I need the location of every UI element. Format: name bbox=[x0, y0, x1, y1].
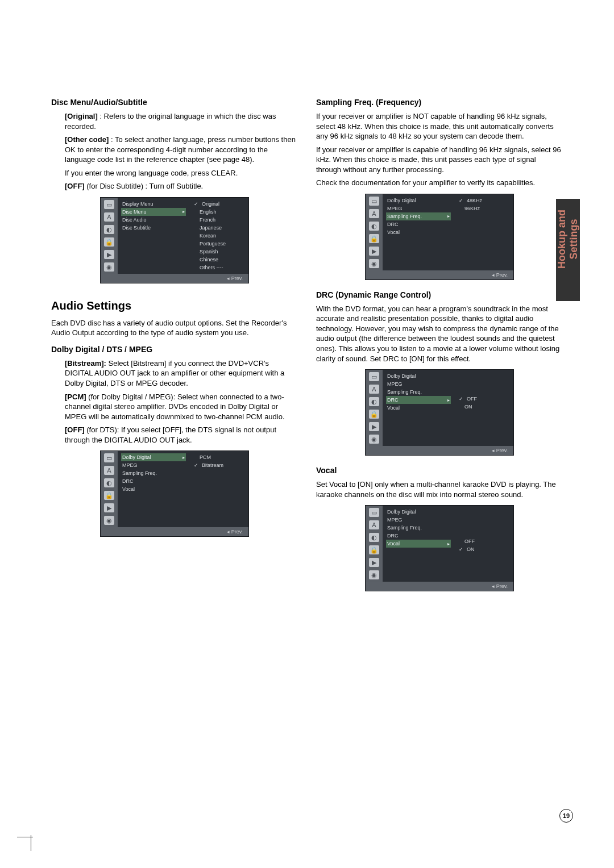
osd-row-selected: Dolby Digital▸ bbox=[121, 453, 186, 461]
osd-prev: ◂ Prev. bbox=[366, 582, 513, 591]
sampling-heading: Sampling Freq. (Frequency) bbox=[316, 98, 563, 107]
osd-icon: A bbox=[369, 209, 379, 218]
audio-settings-heading: Audio Settings bbox=[51, 299, 298, 312]
section-tab: Hookup and Settings bbox=[556, 199, 580, 301]
osd-opt: 48KHz bbox=[458, 197, 510, 205]
drc-text: With the DVD format, you can hear a prog… bbox=[316, 304, 563, 364]
osd-opt: 96KHz bbox=[458, 205, 510, 212]
osd-icon: ▶ bbox=[104, 503, 114, 512]
osd-opt: Portuguese bbox=[193, 240, 245, 248]
right-column: Sampling Freq. (Frequency) If your recei… bbox=[316, 91, 563, 602]
osd-opt: Korean bbox=[193, 232, 245, 240]
osd-row-selected: DRC▸ bbox=[386, 396, 451, 404]
sampling-p1: If your receiver or amplifier is NOT cap… bbox=[316, 111, 563, 141]
osd-row-selected: Sampling Freq.▸ bbox=[386, 212, 451, 220]
osd-icon: ▶ bbox=[369, 558, 379, 567]
osd-icon: ◐ bbox=[104, 478, 114, 487]
osd-mid-list: Dolby Digital MPEG Sampling Freq. DRC▸ V… bbox=[383, 370, 454, 446]
osd-drc: ▭ A ◐ 🔒 ▶ ◉ Dolby Digital MPEG Sampling … bbox=[365, 369, 514, 456]
pcm-text: (for Dolby Digital / MPEG): Select when … bbox=[65, 393, 285, 421]
osd-row: Dolby Digital bbox=[386, 197, 451, 205]
osd-prev: ◂ Prev. bbox=[101, 274, 248, 283]
osd-row: Vocal bbox=[121, 485, 186, 493]
osd-row: Disc Subtitle bbox=[121, 224, 186, 232]
bitstream-label: [Bitstream]: bbox=[65, 359, 106, 368]
off-text: (for Disc Subtitle) : Turn off Subtitle. bbox=[85, 182, 204, 190]
osd-opt: Bitstream bbox=[193, 461, 245, 469]
osd-opt: ON bbox=[458, 403, 510, 411]
crop-mark bbox=[17, 837, 33, 837]
vocal-heading: Vocal bbox=[316, 466, 563, 475]
osd-vocal: ▭ A ◐ 🔒 ▶ ◉ Dolby Digital MPEG Sampling … bbox=[365, 505, 514, 591]
osd-opt: ON bbox=[458, 545, 510, 553]
osd-opt: OFF bbox=[458, 537, 510, 545]
osd-row: Sampling Freq. bbox=[121, 469, 186, 477]
osd-opt: Others ---- bbox=[193, 264, 245, 272]
osd-row: DRC bbox=[386, 220, 451, 228]
osd-row: DRC bbox=[386, 532, 451, 540]
osd-opt: OFF bbox=[458, 395, 510, 403]
osd-options: PCM Bitstream bbox=[189, 451, 248, 527]
disc-menu-off: [OFF] (for Disc Subtitle) : Turn off Sub… bbox=[65, 181, 298, 191]
osd-icon-col: ▭ A ◐ 🔒 ▶ ◉ bbox=[366, 370, 383, 446]
osd-opt: English bbox=[193, 208, 245, 216]
dolby-heading: Dolby Digital / DTS / MPEG bbox=[51, 345, 298, 354]
osd-options: Original English French Japanese Korean … bbox=[189, 198, 248, 274]
osd-icon: ◉ bbox=[369, 259, 379, 268]
osd-row: Vocal bbox=[386, 404, 451, 412]
other-code-label: [Other code] bbox=[65, 135, 109, 144]
dolby-pcm: [PCM] (for Dolby Digital / MPEG): Select… bbox=[65, 392, 298, 422]
osd-icon: ▭ bbox=[369, 508, 379, 517]
osd-icon-col: ▭ A ◐ 🔒 ▶ ◉ bbox=[366, 506, 383, 582]
osd-icon: ▭ bbox=[369, 372, 379, 381]
osd-icon: A bbox=[369, 385, 379, 394]
osd-icon: A bbox=[104, 212, 114, 222]
osd-row: MPEG bbox=[121, 461, 186, 469]
dolby-off: [OFF] (for DTS): If you select [OFF], th… bbox=[65, 425, 298, 445]
osd-row: DRC bbox=[121, 477, 186, 485]
osd-icon: ▭ bbox=[369, 197, 379, 206]
osd-icon: A bbox=[104, 466, 114, 475]
osd-mid-list: Dolby Digital MPEG Sampling Freq.▸ DRC V… bbox=[383, 194, 454, 270]
page-number: 19 bbox=[559, 809, 573, 823]
osd-icon-col: ▭ A ◐ 🔒 ▶ ◉ bbox=[366, 194, 383, 270]
sampling-p2: If your receiver or amplifier is capable… bbox=[316, 145, 563, 175]
osd-icon: 🔒 bbox=[369, 234, 379, 243]
audio-settings-intro: Each DVD disc has a variety of audio out… bbox=[51, 318, 298, 338]
osd-icon: ▶ bbox=[104, 250, 114, 259]
osd-dolby: ▭ A ◐ 🔒 ▶ ◉ Dolby Digital▸ MPEG Sampling… bbox=[100, 450, 249, 537]
osd-icon: ◉ bbox=[369, 570, 379, 579]
osd-icon: 🔒 bbox=[104, 491, 114, 500]
osd-disc-menu: ▭ A ◐ 🔒 ▶ ◉ Display Menu Disc Menu▸ Disc… bbox=[100, 197, 249, 283]
osd-opt: French bbox=[193, 216, 245, 224]
osd-row: Sampling Freq. bbox=[386, 388, 451, 396]
osd-row: Disc Audio bbox=[121, 216, 186, 224]
osd-options: 48KHz 96KHz bbox=[454, 194, 513, 270]
osd-mid-list: Dolby Digital MPEG Sampling Freq. DRC Vo… bbox=[383, 506, 454, 582]
disc-menu-original: [Original] : Refers to the original lang… bbox=[65, 111, 298, 131]
osd-icon: ◐ bbox=[104, 225, 114, 234]
dts-off-text: (for DTS): If you select [OFF], the DTS … bbox=[65, 425, 276, 444]
osd-icon: ▶ bbox=[369, 422, 379, 431]
osd-opt: Japanese bbox=[193, 224, 245, 232]
sampling-p3: Check the documentation for your amplifi… bbox=[316, 178, 563, 188]
osd-icon: ◉ bbox=[104, 516, 114, 525]
osd-prev: ◂ Prev. bbox=[366, 270, 513, 279]
osd-row-selected: Vocal▸ bbox=[386, 540, 451, 548]
osd-icon: ▭ bbox=[104, 453, 114, 462]
osd-row-selected: Disc Menu▸ bbox=[121, 208, 186, 216]
tab-line1: Hookup and bbox=[556, 210, 568, 269]
osd-opt: Chinese bbox=[193, 256, 245, 264]
manual-page: Hookup and Settings Disc Menu/Audio/Subt… bbox=[0, 0, 614, 868]
dts-off-label: [OFF] bbox=[65, 425, 85, 434]
osd-options: OFF ON bbox=[454, 506, 513, 582]
disc-menu-wrong: If you enter the wrong language code, pr… bbox=[65, 168, 298, 178]
osd-prev: ◂ Prev. bbox=[366, 446, 513, 455]
osd-icon: ◐ bbox=[369, 222, 379, 231]
osd-row: Vocal bbox=[386, 228, 451, 236]
osd-row: Dolby Digital bbox=[386, 508, 451, 516]
osd-opt: PCM bbox=[193, 453, 245, 461]
osd-row: Sampling Freq. bbox=[386, 524, 451, 532]
disc-menu-heading: Disc Menu/Audio/Subtitle bbox=[51, 98, 298, 107]
osd-mid-list: Display Menu Disc Menu▸ Disc Audio Disc … bbox=[118, 198, 189, 274]
